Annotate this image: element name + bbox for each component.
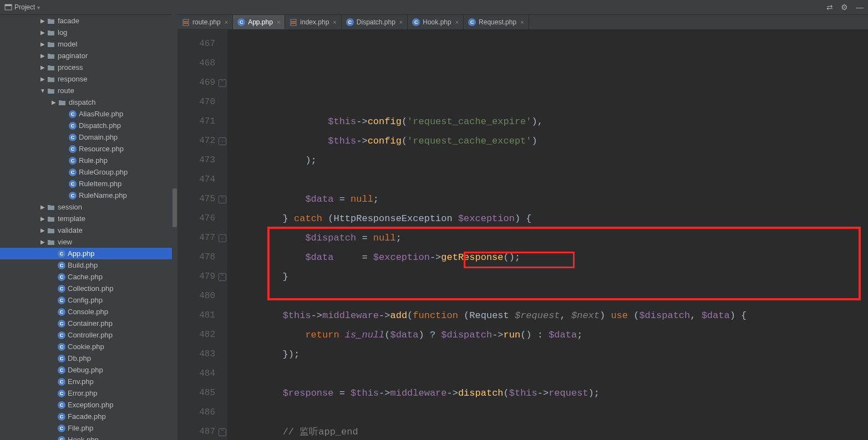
tree-file-ruleitem-php[interactable]: ▶CRuleItem.php: [0, 178, 177, 190]
code-line[interactable]: [237, 403, 868, 422]
tree-folder-validate[interactable]: ▶validate: [0, 224, 177, 236]
tab-close-icon[interactable]: ×: [520, 19, 524, 25]
code-line[interactable]: $this->config('request_cache_except'): [237, 131, 868, 151]
tree-file-config-php[interactable]: ▶CConfig.php: [0, 294, 177, 306]
scrollbar-thumb[interactable]: [172, 188, 177, 227]
tree-file-aliasrule-php[interactable]: ▶CAliasRule.php: [0, 108, 177, 120]
tree-arrow-icon[interactable]: ▶: [39, 76, 47, 82]
tree-folder-facade[interactable]: ▶facade: [0, 15, 177, 27]
tab-request-php[interactable]: CRequest.php×: [464, 15, 529, 29]
tree-item-label: RuleItem.php: [79, 180, 121, 188]
tab-close-icon[interactable]: ×: [455, 19, 459, 25]
tree-item-label: view: [58, 238, 72, 246]
tree-arrow-icon[interactable]: ▶: [50, 99, 58, 105]
project-dropdown[interactable]: Project: [14, 3, 35, 11]
tab-hook-php[interactable]: CHook.php×: [408, 15, 464, 29]
tree-file-app-php[interactable]: ▶CApp.php: [0, 248, 177, 259]
tree-file-rulegroup-php[interactable]: ▶CRuleGroup.php: [0, 166, 177, 178]
code-line[interactable]: } catch (HttpResponseException $exceptio…: [237, 209, 868, 228]
tree-file-file-php[interactable]: ▶CFile.php: [0, 422, 177, 434]
settings-icon[interactable]: ⇄: [826, 3, 833, 12]
code-line[interactable]: $this->config('request_cache_expire'),: [237, 112, 868, 131]
tree-file-env-php[interactable]: ▶CEnv.php: [0, 376, 177, 387]
tree-folder-dispatch[interactable]: ▶dispatch: [0, 96, 177, 108]
tree-file-error-php[interactable]: ▶CError.php: [0, 387, 177, 399]
tree-file-debug-php[interactable]: ▶CDebug.php: [0, 364, 177, 376]
fold-marker-icon[interactable]: ⌃: [219, 79, 226, 87]
tree-file-cache-php[interactable]: ▶CCache.php: [0, 271, 177, 283]
tree-folder-response[interactable]: ▶response: [0, 73, 177, 85]
tab-app-php[interactable]: CApp.php×: [233, 15, 285, 29]
code-line[interactable]: $data = $exception->getResponse();: [237, 248, 868, 267]
code-line[interactable]: $response = $this->middleware->dispatch(…: [237, 383, 868, 403]
minimize-icon[interactable]: —: [856, 3, 864, 12]
tree-file-controller-php[interactable]: ▶CController.php: [0, 329, 177, 341]
tree-file-rulename-php[interactable]: ▶CRuleName.php: [0, 190, 177, 201]
fold-marker-icon[interactable]: ⌄: [219, 137, 226, 145]
tree-file-resource-php[interactable]: ▶CResource.php: [0, 143, 177, 155]
code-line[interactable]: return is_null($data) ? $dispatch->run()…: [237, 325, 868, 345]
project-tree[interactable]: ▶facade▶log▶model▶paginator▶process▶resp…: [0, 15, 177, 440]
tree-arrow-icon[interactable]: ▼: [39, 88, 47, 94]
tree-arrow-icon[interactable]: ▶: [39, 29, 47, 35]
tree-file-build-php[interactable]: ▶CBuild.php: [0, 259, 177, 271]
tree-folder-paginator[interactable]: ▶paginator: [0, 50, 177, 62]
gear-icon[interactable]: ⚙: [841, 3, 848, 12]
tree-arrow-icon[interactable]: ▶: [39, 216, 47, 222]
tree-folder-model[interactable]: ▶model: [0, 38, 177, 50]
tree-folder-session[interactable]: ▶session: [0, 201, 177, 213]
tree-file-db-php[interactable]: ▶CDb.php: [0, 352, 177, 364]
tree-arrow-icon[interactable]: ▶: [39, 18, 47, 24]
tree-file-hook-php[interactable]: ▶CHook.php: [0, 434, 177, 440]
tab-route-php[interactable]: route.php×: [177, 15, 233, 29]
tree-file-cookie-php[interactable]: ▶CCookie.php: [0, 341, 177, 352]
tree-file-dispatch-php[interactable]: ▶CDispatch.php: [0, 120, 177, 131]
fold-marker-icon[interactable]: ⌃: [219, 196, 226, 203]
fold-marker-icon[interactable]: ⌄: [219, 234, 226, 242]
code-line[interactable]: [237, 170, 868, 190]
tree-folder-process[interactable]: ▶process: [0, 62, 177, 73]
tree-file-collection-php[interactable]: ▶CCollection.php: [0, 283, 177, 294]
tree-folder-template[interactable]: ▶template: [0, 213, 177, 224]
code-line[interactable]: $dispatch = null;: [237, 228, 868, 248]
tree-folder-log[interactable]: ▶log: [0, 27, 177, 38]
tab-close-icon[interactable]: ×: [225, 19, 228, 25]
code-line[interactable]: $this->middleware->add(function (Request…: [237, 306, 868, 325]
tab-dispatch-php[interactable]: CDispatch.php×: [342, 15, 408, 29]
folder-icon: [58, 98, 67, 107]
tree-file-facade-php[interactable]: ▶CFacade.php: [0, 411, 177, 422]
tab-close-icon[interactable]: ×: [333, 19, 336, 25]
tree-folder-route[interactable]: ▼route: [0, 85, 177, 96]
tree-arrow-icon[interactable]: ▶: [39, 227, 47, 233]
tree-folder-view[interactable]: ▶view: [0, 236, 177, 248]
tree-arrow-icon[interactable]: ▶: [39, 41, 47, 47]
tab-close-icon[interactable]: ×: [399, 19, 403, 25]
tree-file-exception-php[interactable]: ▶CException.php: [0, 399, 177, 411]
code-line[interactable]: );: [237, 151, 868, 170]
php-file-icon: C: [69, 145, 77, 153]
fold-marker-icon[interactable]: ⌃: [219, 428, 226, 436]
php-file-icon: C: [58, 366, 65, 374]
tree-file-domain-php[interactable]: ▶CDomain.php: [0, 131, 177, 143]
tree-arrow-icon[interactable]: ▶: [39, 53, 47, 59]
sidebar-scrollbar[interactable]: [172, 15, 177, 440]
tree-arrow-icon[interactable]: ▶: [39, 64, 47, 70]
code-line[interactable]: // 监听app_end: [237, 422, 868, 440]
tab-index-php[interactable]: index.php×: [285, 15, 341, 29]
code-line[interactable]: [237, 286, 868, 306]
code-line[interactable]: });: [237, 345, 868, 364]
tree-file-console-php[interactable]: ▶CConsole.php: [0, 306, 177, 318]
tree-arrow-icon[interactable]: ▶: [39, 204, 47, 210]
code-content[interactable]: $this->config('request_cache_expire'), $…: [227, 30, 868, 440]
tree-arrow-icon[interactable]: ▶: [39, 239, 47, 245]
gutter-line: 481: [177, 306, 227, 325]
code-line[interactable]: [237, 364, 868, 383]
code-editor[interactable]: 467468469⌃470471472⌄473474475⌃476477⌄478…: [177, 30, 868, 440]
code-line[interactable]: }: [237, 267, 868, 286]
tree-file-rule-php[interactable]: ▶CRule.php: [0, 155, 177, 166]
tab-label: index.php: [300, 18, 329, 26]
tree-file-container-php[interactable]: ▶CContainer.php: [0, 318, 177, 329]
code-line[interactable]: $data = null;: [237, 190, 868, 209]
fold-marker-icon[interactable]: ⌃: [219, 273, 226, 281]
tab-close-icon[interactable]: ×: [277, 19, 280, 25]
